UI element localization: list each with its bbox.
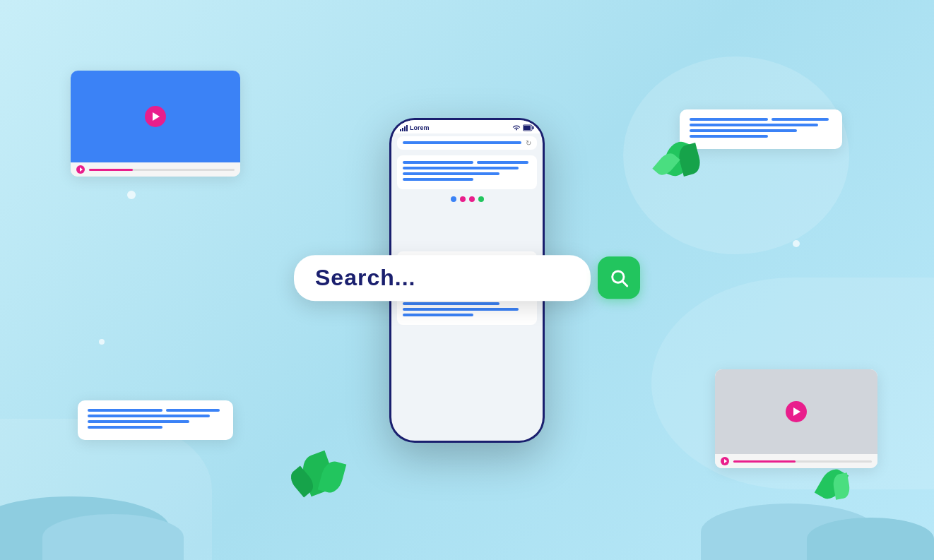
signal-icon [400, 124, 408, 131]
line [690, 129, 797, 132]
bar3 [404, 126, 406, 131]
mini-play-left[interactable] [76, 165, 85, 174]
status-left: Lorem [400, 124, 430, 131]
play-button-left[interactable] [145, 106, 166, 127]
dots-indicator [391, 192, 543, 206]
mini-play-right[interactable] [721, 457, 729, 465]
line [403, 161, 473, 164]
phone-card-1 [397, 155, 537, 189]
float-dot-1 [127, 191, 136, 199]
video-card-left [71, 71, 240, 177]
line [88, 409, 162, 412]
svg-line-4 [622, 282, 627, 286]
progress-track-right [733, 460, 872, 463]
line [88, 415, 210, 417]
line [88, 420, 189, 423]
svg-rect-2 [524, 126, 531, 130]
search-overlay: Search... [294, 255, 640, 301]
phone-search-bar[interactable]: ↻ [397, 136, 537, 150]
hill-right2 [807, 518, 934, 560]
search-spacer [391, 206, 543, 249]
line [477, 161, 528, 164]
video-progress-right [715, 454, 877, 468]
float-dot-2 [99, 339, 105, 345]
line [690, 135, 768, 138]
line [403, 178, 473, 181]
line [403, 172, 499, 175]
line [403, 308, 519, 311]
line [88, 426, 162, 429]
line [403, 314, 473, 316]
line [166, 409, 220, 412]
play-button-right[interactable] [786, 401, 807, 422]
line [403, 167, 519, 169]
content-line-row-1 [690, 118, 832, 121]
search-bar[interactable]: Search... [294, 255, 591, 301]
dot-2 [460, 196, 466, 202]
float-card-bottom-left [78, 400, 233, 440]
video-thumb-right [715, 369, 877, 454]
bg-shape-1 [623, 56, 849, 254]
search-icon [609, 268, 629, 287]
video-thumb-left [71, 71, 240, 162]
svg-rect-1 [533, 126, 534, 129]
progress-track-left [89, 169, 235, 171]
phone-search-input [403, 141, 521, 144]
dot-3 [469, 196, 475, 202]
carrier-name: Lorem [410, 124, 430, 131]
bar2 [402, 128, 403, 131]
line [772, 118, 829, 121]
video-card-right [715, 369, 877, 468]
hill-left2 [42, 514, 184, 560]
line [403, 302, 499, 305]
content-line-row-2 [88, 409, 223, 412]
bar1 [400, 129, 401, 131]
refresh-icon[interactable]: ↻ [526, 139, 531, 147]
status-bar: Lorem [391, 120, 543, 133]
dot-4 [478, 196, 484, 202]
line [690, 124, 818, 126]
line [690, 118, 768, 121]
bar4 [406, 125, 408, 131]
dot-1 [451, 196, 456, 202]
search-placeholder-text: Search... [315, 265, 415, 290]
video-progress-left [71, 162, 240, 177]
float-card-top-right [680, 109, 842, 149]
battery-icon [523, 124, 534, 131]
status-right [512, 124, 534, 131]
progress-fill-right [733, 460, 796, 463]
wifi-icon [512, 124, 521, 131]
float-dot-3 [793, 240, 800, 247]
search-button[interactable] [598, 256, 640, 299]
progress-fill-left [89, 169, 133, 171]
